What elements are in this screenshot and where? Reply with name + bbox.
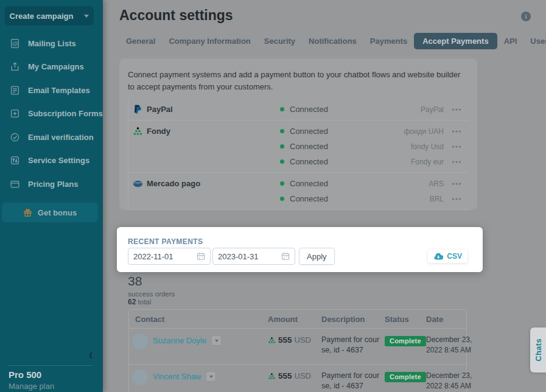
payment-systems-list: PayPal Connected PayPal (128, 99, 469, 210)
status-dot (280, 107, 284, 111)
sidebar-item-label: My Campaigns (28, 62, 84, 71)
status-dot (280, 159, 284, 164)
sidebar-item-subscription-forms[interactable]: Subscription Forms (0, 102, 103, 126)
status-dot (280, 197, 284, 201)
tabs-bar: General Company Information Security Not… (119, 33, 546, 49)
payment-group-paypal: PayPal Connected PayPal (128, 99, 469, 121)
connection-status: Connected (290, 157, 328, 166)
sidebar-item-label: Email verification (28, 133, 94, 142)
chevron-down-icon (84, 15, 89, 18)
more-options-button[interactable] (452, 145, 461, 148)
connection-status: Connected (290, 142, 328, 151)
tab-general[interactable]: General (119, 33, 162, 49)
info-icon[interactable]: i (521, 12, 531, 21)
payment-systems-description: Connect payment systems and add a paymen… (119, 58, 477, 99)
payment-group-mercado-pago: Mercado pago Connected ARS Connected B (128, 173, 469, 210)
contact-name-link[interactable]: Suzanne Doyle (153, 336, 206, 345)
connection-status: Connected (290, 194, 328, 203)
date-from-input[interactable] (133, 252, 191, 261)
contact-dropdown-button[interactable] (206, 371, 216, 382)
tab-users[interactable]: Users (523, 33, 546, 49)
get-bonus-button[interactable]: Get bonus (2, 203, 98, 222)
amount-value: 555 (278, 335, 292, 345)
create-campaign-label: Create campaign (10, 12, 74, 21)
table-row: Suzanne Doyle 555 USD Payment for course… (129, 329, 466, 365)
more-options-button[interactable] (452, 161, 461, 163)
app-root: Create campaign @ Mailing Lists My Campa… (0, 0, 546, 392)
date-to-input[interactable] (218, 252, 276, 261)
table-row: Vincent Shaw 555 USD Payment for course,… (129, 365, 466, 392)
contact-dropdown-button[interactable] (211, 335, 222, 346)
status-badge: Complete (385, 372, 426, 382)
tab-security[interactable]: Security (257, 33, 302, 49)
date-from-field (128, 248, 211, 265)
payment-date: December 23, 2022 8:45 AM (426, 334, 474, 359)
sidebar-item-label: Service Settings (28, 156, 89, 165)
column-header-description: Description (321, 315, 385, 324)
sidebar-item-pricing-plans[interactable]: Pricing Plans (0, 172, 103, 196)
apply-button[interactable]: Apply (299, 248, 335, 265)
avatar (132, 369, 148, 385)
recent-payments-filter: Apply (128, 248, 335, 265)
sidebar-item-my-campaigns[interactable]: My Campaigns (0, 55, 103, 79)
more-options-button[interactable] (452, 108, 461, 111)
sidebar-item-label: Subscription Forms (28, 109, 103, 118)
avatar (132, 334, 148, 349)
tab-api[interactable]: API (497, 33, 524, 49)
total-orders-count: 62 (128, 298, 136, 306)
service-settings-icon (10, 155, 20, 166)
orders-table: Contact Amount Description Status Date S… (128, 309, 467, 392)
more-options-button[interactable] (452, 198, 461, 200)
csv-label: CSV (447, 252, 462, 261)
gift-icon (23, 208, 32, 217)
calendar-icon[interactable] (281, 252, 290, 261)
sidebar-item-email-verification[interactable]: Email verification (0, 125, 103, 149)
mailing-lists-icon: @ (10, 38, 20, 49)
column-header-contact: Contact (129, 315, 268, 324)
status-dot (280, 181, 284, 186)
recent-payments-spotlight-panel: RECENT PAYMENTS Apply (117, 227, 483, 272)
main-content: Account settings i General Company Infor… (103, 0, 546, 392)
chats-tab-label: Chats (534, 338, 543, 362)
contact-name-link[interactable]: Vincent Shaw (153, 372, 201, 381)
connection-row: Connected фонди UAH (280, 124, 469, 139)
sidebar-item-label: Pricing Plans (28, 180, 78, 189)
tab-company-information[interactable]: Company Information (162, 33, 257, 49)
status-dot (280, 144, 284, 149)
chats-tab[interactable]: Chats (530, 327, 546, 373)
connection-row: Connected BRL (280, 191, 469, 206)
tab-notifications[interactable]: Notifications (302, 33, 363, 49)
sidebar-item-service-settings[interactable]: Service Settings (0, 149, 103, 173)
connection-row: Connected PayPal (280, 102, 469, 117)
payment-description: Payment for course, id - 4637 (321, 334, 380, 359)
sidebar-collapse-button[interactable]: ‹ (89, 346, 93, 362)
connection-label: Fondy eur (411, 158, 444, 166)
sidebar-nav: @ Mailing Lists My Campaigns Email Templ… (0, 32, 103, 196)
connection-label: PayPal (421, 105, 444, 114)
amount-currency: USD (295, 335, 311, 345)
connection-status: Connected (290, 127, 328, 136)
fondy-icon (268, 373, 276, 380)
csv-export-button[interactable]: CSV (428, 250, 467, 263)
payment-date: December 23, 2022 8:45 AM (426, 369, 474, 392)
connection-row: Connected Fondy eur (280, 154, 469, 169)
status-dot (280, 129, 284, 133)
connection-status: Connected (290, 179, 328, 188)
get-bonus-label: Get bonus (38, 208, 77, 217)
sidebar-item-email-templates[interactable]: Email Templates (0, 79, 103, 102)
status-badge: Complete (385, 336, 426, 346)
total-orders-label: total (138, 298, 152, 306)
manage-plan-link[interactable]: Manage plan (9, 382, 54, 391)
connection-label: фонди UAH (404, 127, 444, 136)
more-options-button[interactable] (452, 130, 461, 133)
more-options-button[interactable] (452, 183, 461, 185)
success-orders-label: success orders (128, 290, 175, 298)
calendar-icon[interactable] (197, 252, 205, 261)
sidebar-item-mailing-lists[interactable]: @ Mailing Lists (0, 32, 103, 55)
divider (9, 365, 93, 366)
tab-payments[interactable]: Payments (363, 33, 414, 49)
table-header: Contact Amount Description Status Date (129, 310, 466, 329)
create-campaign-button[interactable]: Create campaign (5, 6, 94, 26)
payment-description: Payment for course, id - 4637 (321, 369, 380, 392)
tab-accept-payments[interactable]: Accept Payments (414, 33, 497, 49)
